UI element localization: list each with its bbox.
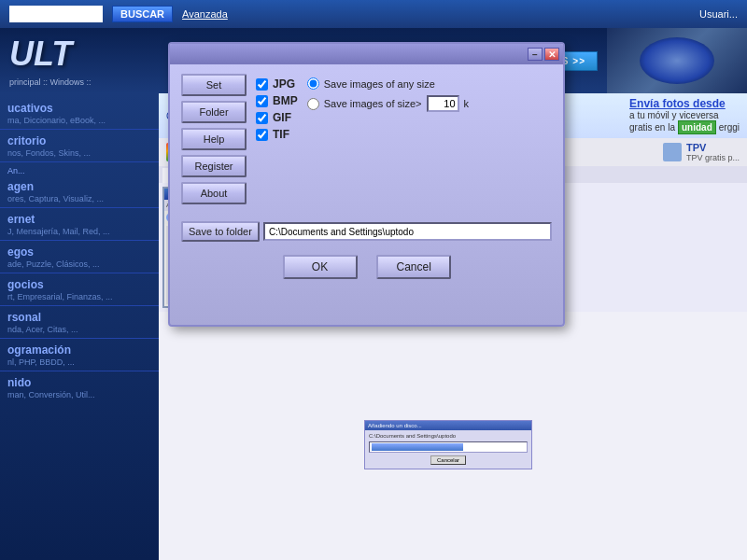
folder-button[interactable]: Folder [181, 101, 247, 123]
tpv-text-block: TPV TPV gratis p... [686, 142, 740, 162]
radio-any-size-label: Save images of any size [324, 78, 435, 90]
dialog-titlebar: − ✕ [170, 44, 563, 64]
sidebar-section-personal: rsonal nda, Acer, Citas, ... [0, 308, 159, 336]
about-button[interactable]: About [181, 182, 247, 204]
sidebar-title-sonido: nido [0, 373, 159, 390]
tpv-icon [663, 143, 682, 161]
sidebar-title-internet: ernet [0, 210, 159, 227]
bmp-checkbox[interactable] [256, 95, 268, 107]
radio-specific-size-label: Save images of size> [324, 98, 422, 109]
sidebar-subtitle-critorio: nos, Fondos, Skins, ... [0, 148, 159, 160]
dialog-left-buttons: Set Folder Help Register About [181, 74, 247, 204]
sidebar-subtitle-personal: nda, Acer, Citas, ... [0, 325, 159, 336]
sidebar-title-educativos: ucativos [0, 99, 159, 116]
top-bar: BUSCAR Avanzada Usuari... [0, 0, 747, 28]
bmp-label: BMP [273, 94, 298, 107]
register-button[interactable]: Register [181, 155, 247, 177]
usuario-text: Usuari... [699, 8, 738, 20]
sidebar-section-programacion: ogramación nl, PHP, BBDD, ... [0, 341, 159, 369]
gratis-text: gratis en la [629, 122, 675, 133]
logo-subtext: principal :: Windows :: [9, 77, 92, 87]
gratis-row: gratis en la unidad erggi [629, 120, 740, 134]
radio-specific-size-row: Save images of size> k [307, 95, 469, 112]
sidebar-section-educativos: ucativos ma, Diccionario, eBook, ... [0, 99, 159, 127]
sidebar: ucativos ma, Diccionario, eBook, ... cri… [0, 93, 159, 560]
sidebar-title-juegos: egos [0, 243, 159, 259]
logo-text: ULT [9, 35, 92, 74]
sidebar-subtitle-juegos: ade, Puzzle, Clásicos, ... [0, 259, 159, 271]
dialog-close-button[interactable]: ✕ [544, 48, 559, 61]
dialog-main-content: Set Folder Help Register About JPG BMP G… [170, 64, 563, 214]
envia-fotos-title[interactable]: Envía fotos desde [629, 97, 740, 110]
sidebar-divider [0, 129, 159, 130]
sidebar-subtitle-negocios: rt, Empresarial, Finanzas, ... [0, 292, 159, 303]
sidebar-subtitle-sonido: man, Conversión, Util... [0, 390, 159, 401]
search-input[interactable] [9, 6, 103, 22]
sidebar-subtitle-educativos: ma, Diccionario, eBook, ... [0, 116, 159, 127]
erggi-text: erggi [719, 122, 740, 133]
sidebar-divider-5 [0, 273, 159, 273]
gif-checkbox[interactable] [256, 112, 268, 124]
size-value-input[interactable] [427, 95, 459, 112]
tif-checkbox-row: TIF [256, 128, 298, 141]
sidebar-divider-8 [0, 371, 159, 371]
dialog-bottom-buttons: OK Cancel [170, 255, 563, 279]
radio-specific-size[interactable] [307, 98, 319, 110]
sidebar-subtitle-programacion: nl, PHP, BBDD, ... [0, 357, 159, 369]
sidebar-title-imagen: agen [0, 177, 159, 194]
tif-label: TIF [273, 128, 289, 141]
dialog-window: − ✕ Set Folder Help Register About JPG B… [168, 42, 565, 327]
jpg-checkbox-row: JPG [256, 77, 298, 91]
envia-fotos-section: Envía fotos desde a tu móvil y viceversa… [629, 97, 740, 134]
tif-checkbox[interactable] [256, 129, 268, 141]
radio-any-size[interactable] [307, 77, 319, 90]
tpv-sub: TPV gratis p... [686, 153, 740, 162]
sidebar-title-critorio: critorio [0, 132, 159, 148]
sidebar-section-negocios: gocios rt, Empresarial, Finanzas, ... [0, 275, 159, 303]
nav-breadcrumb: An... [0, 164, 159, 177]
sidebar-subtitle-internet: J, Mensajería, Mail, Red, ... [0, 227, 159, 238]
buscar-button[interactable]: BUSCAR [112, 6, 173, 22]
sidebar-title-personal: rsonal [0, 308, 159, 325]
gif-checkbox-row: GIF [256, 111, 298, 124]
sidebar-section-critorio: critorio nos, Fondos, Skins, ... [0, 132, 159, 160]
help-button[interactable]: Help [181, 128, 247, 150]
ok-button[interactable]: OK [283, 255, 358, 279]
dialog-radio-options: Save images of any size Save images of s… [307, 74, 469, 204]
set-button[interactable]: Set [181, 74, 247, 96]
sidebar-subtitle-imagen: ores, Captura, Visualiz, ... [0, 194, 159, 205]
sidebar-divider-3 [0, 207, 159, 208]
right-graphic [607, 28, 747, 93]
tpv-label: TPV [686, 142, 740, 153]
eye-graphic [640, 37, 714, 84]
tpv-block: TPV TPV gratis p... [663, 142, 740, 162]
save-to-folder-button[interactable]: Save to folder [181, 221, 260, 242]
sidebar-title-negocios: gocios [0, 275, 159, 292]
folder-path-input[interactable] [263, 222, 552, 241]
jpg-checkbox[interactable] [256, 78, 268, 91]
sidebar-divider-6 [0, 305, 159, 306]
sidebar-section-imagen: An... agen ores, Captura, Visualiz, ... [0, 164, 159, 205]
unidad-highlight: unidad [678, 120, 716, 134]
sidebar-divider-4 [0, 240, 159, 241]
bmp-checkbox-row: BMP [256, 94, 298, 107]
sidebar-divider-7 [0, 338, 159, 339]
sidebar-section-internet: ernet J, Mensajería, Mail, Red, ... [0, 210, 159, 238]
radio-any-size-row: Save images of any size [307, 77, 469, 90]
size-unit-label: k [464, 98, 470, 109]
sidebar-title-programacion: ogramación [0, 341, 159, 357]
cancel-button[interactable]: Cancel [376, 255, 451, 279]
save-folder-row: Save to folder [170, 221, 563, 242]
jpg-label: JPG [273, 77, 295, 91]
gif-label: GIF [273, 111, 291, 124]
dialog-minimize-button[interactable]: − [528, 48, 543, 61]
avanzada-link[interactable]: Avanzada [182, 8, 228, 20]
sidebar-section-sonido: nido man, Conversión, Util... [0, 373, 159, 401]
sidebar-section-juegos: egos ade, Puzzle, Clásicos, ... [0, 243, 159, 271]
dialog-checkboxes: JPG BMP GIF TIF [256, 74, 298, 204]
sidebar-divider-2 [0, 161, 159, 162]
envia-fotos-desc: a tu móvil y viceversa [629, 110, 740, 120]
